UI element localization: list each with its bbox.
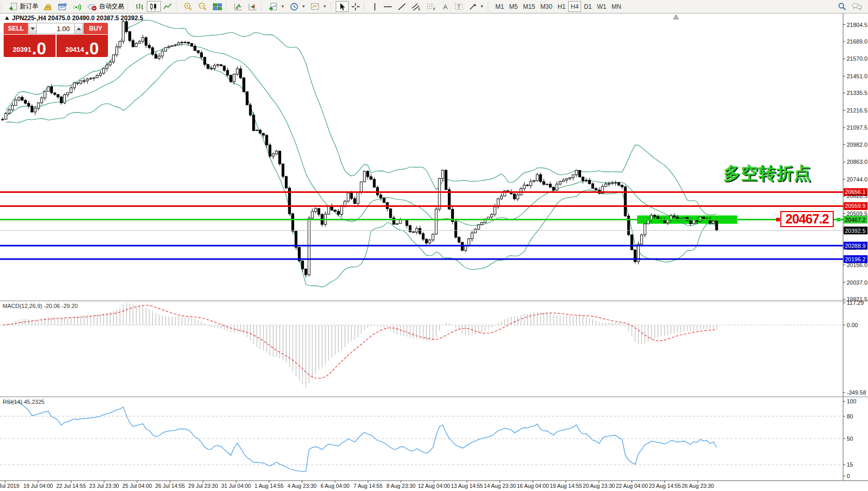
svg-text:25 Jul 04:00: 25 Jul 04:00: [122, 483, 152, 489]
toolbar-grip: [330, 2, 334, 11]
collapse-trade-panel-icon[interactable]: [5, 15, 9, 22]
search-button[interactable]: [835, 1, 849, 12]
fibonacci-button[interactable]: F: [424, 1, 439, 12]
svg-text:26 Aug 23:30: 26 Aug 23:30: [682, 483, 714, 489]
dropdown-arrow-icon: ▼: [480, 4, 484, 9]
gold-bars-icon: [44, 3, 53, 11]
sell-button[interactable]: SELL: [4, 23, 28, 34]
cursor-button[interactable]: [336, 1, 349, 12]
equidistant-channel-button[interactable]: E: [409, 1, 424, 12]
gold-deposit-button[interactable]: [41, 1, 56, 12]
svg-text:80: 80: [847, 413, 853, 419]
timeframe-m30-button[interactable]: M30: [538, 1, 555, 12]
svg-text:20656.1: 20656.1: [845, 189, 866, 195]
svg-text:29 Jul 23:30: 29 Jul 23:30: [188, 483, 218, 489]
svg-text:20863.0: 20863.0: [847, 159, 867, 165]
buy-button[interactable]: BUY: [84, 23, 108, 34]
svg-text:20744.0: 20744.0: [847, 176, 867, 183]
svg-text:100: 100: [847, 398, 856, 404]
signals-icon: [73, 3, 82, 11]
svg-text:20509.5: 20509.5: [847, 211, 867, 217]
dropdown-arrow-icon: ▼: [323, 4, 327, 9]
buy-price-main: 20414: [65, 46, 84, 53]
toolbar-grip: [1, 2, 5, 11]
svg-text:20196.2: 20196.2: [845, 256, 866, 262]
chart-canvas[interactable]: 21804.521689.021570.021451.021335.521216…: [0, 0, 868, 491]
timeframe-w1-button[interactable]: W1: [595, 1, 609, 12]
volume-decrease-button[interactable]: [29, 23, 37, 34]
timeframe-d1-button[interactable]: D1: [581, 1, 594, 12]
horizontal-line-button[interactable]: [381, 1, 395, 12]
price-callout-label[interactable]: 20467.2: [780, 211, 834, 227]
timeframe-m5-button[interactable]: M5: [506, 1, 520, 12]
volume-input[interactable]: [37, 23, 74, 34]
tile-windows-button[interactable]: [210, 1, 225, 12]
volume-increase-button[interactable]: [74, 23, 82, 34]
template-button[interactable]: ▼: [308, 1, 329, 12]
rsi-line: [6, 402, 717, 471]
svg-text:20037.0: 20037.0: [847, 279, 867, 286]
new-order-button[interactable]: 新订单: [6, 1, 41, 12]
text-a-glyph: A: [443, 3, 448, 11]
sell-price-main: 20391: [12, 46, 31, 53]
zoom-in-button[interactable]: [181, 1, 196, 12]
fibo-f-glyph: F: [433, 7, 435, 11]
time-axis: 17 Jul 201919 Jul 04:0022 Jul 14:5523 Ju…: [0, 481, 714, 489]
autotrading-button[interactable]: 自动交易: [85, 1, 127, 12]
svg-text:20 Aug 23:30: 20 Aug 23:30: [583, 483, 615, 489]
chart-title-text: JPN225-,H4 20475.0 20490.0 20387.5 20392…: [12, 15, 143, 22]
turning-point-annotation[interactable]: 多空转折点: [723, 162, 811, 185]
svg-text:20392.5: 20392.5: [845, 228, 866, 234]
svg-text:117.29: 117.29: [847, 300, 864, 306]
sell-price-button[interactable]: 20391 .0: [4, 35, 56, 57]
crosshair-button[interactable]: [349, 1, 363, 12]
chart-shift-button[interactable]: [245, 1, 260, 12]
text-tool-button[interactable]: A: [439, 1, 452, 12]
toolbar-grip: [128, 2, 131, 11]
chat-button[interactable]: [849, 1, 865, 12]
bollinger-middle-band: [6, 44, 717, 226]
timeframe-h4-button[interactable]: H4: [568, 1, 581, 12]
buy-price-button[interactable]: 20414 .0: [57, 35, 108, 57]
svg-text:31 Jul 04:00: 31 Jul 04:00: [221, 483, 251, 489]
zoom-out-button[interactable]: [196, 1, 210, 12]
autoscroll-button[interactable]: [231, 1, 245, 12]
trendline-button[interactable]: [395, 1, 409, 12]
svg-text:21097.5: 21097.5: [847, 124, 867, 131]
rsi-indicator-label: RSI(14) 45.2325: [3, 399, 45, 405]
svg-text:1 Aug 14:55: 1 Aug 14:55: [255, 483, 284, 489]
signals-button[interactable]: [70, 1, 85, 12]
svg-text:22 Jul 14:55: 22 Jul 14:55: [57, 483, 86, 489]
publish-chart-button[interactable]: [56, 1, 70, 12]
dropdown-arrow-icon: ▼: [281, 4, 285, 9]
timeframe-m15-button[interactable]: M15: [520, 1, 538, 12]
macd-histogram: [3, 303, 717, 388]
toolbar-grip: [226, 2, 229, 11]
period-clock-button[interactable]: ▼: [287, 1, 308, 12]
timeframe-m1-button[interactable]: M1: [493, 1, 507, 12]
svg-text:16 Aug 04:00: 16 Aug 04:00: [517, 483, 549, 489]
candlestick-button[interactable]: [147, 1, 161, 12]
indicators-button[interactable]: ▼: [266, 1, 287, 12]
level-anchor-square: [837, 218, 841, 221]
toolbar-grip: [261, 2, 265, 11]
chart-shift-marker-icon[interactable]: [673, 15, 679, 19]
arrows-tool-button[interactable]: ▼: [466, 1, 487, 12]
svg-text:12 Aug 04:00: 12 Aug 04:00: [418, 483, 450, 489]
svg-text:20288.9: 20288.9: [845, 243, 866, 249]
chart-title: JPN225-,H4 20475.0 20490.0 20387.5 20392…: [5, 15, 143, 22]
svg-text:21570.0: 21570.0: [847, 55, 867, 62]
vertical-line-button[interactable]: [369, 1, 381, 12]
svg-text:17 Jul 2019: 17 Jul 2019: [0, 483, 19, 489]
timeframe-h1-button[interactable]: H1: [555, 1, 568, 12]
toolbar-grip: [488, 2, 491, 11]
toolbar-grip: [364, 2, 367, 11]
bar-chart-button[interactable]: [133, 1, 147, 12]
timeframe-mn-button[interactable]: MN: [609, 1, 624, 12]
publish-chart-icon: [58, 3, 67, 11]
candles: [2, 19, 718, 277]
text-label-button[interactable]: T: [452, 1, 466, 12]
dropdown-arrow-icon: ▼: [301, 4, 306, 9]
line-chart-button[interactable]: [161, 1, 175, 12]
svg-text:-349.58: -349.58: [847, 389, 866, 396]
